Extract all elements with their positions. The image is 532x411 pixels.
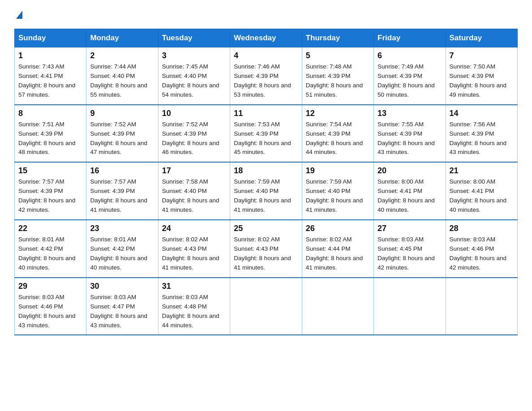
day-number: 23 <box>90 224 154 233</box>
week-row-4: 22 Sunrise: 8:01 AMSunset: 4:42 PMDaylig… <box>15 220 518 278</box>
day-cell: 23 Sunrise: 8:01 AMSunset: 4:42 PMDaylig… <box>86 220 158 278</box>
day-info: Sunrise: 7:54 AMSunset: 4:39 PMDaylight:… <box>306 121 363 156</box>
day-info: Sunrise: 7:52 AMSunset: 4:39 PMDaylight:… <box>162 121 219 156</box>
week-row-3: 15 Sunrise: 7:57 AMSunset: 4:39 PMDaylig… <box>15 162 518 220</box>
day-cell: 7 Sunrise: 7:50 AMSunset: 4:39 PMDayligh… <box>446 47 517 105</box>
day-cell: 22 Sunrise: 8:01 AMSunset: 4:42 PMDaylig… <box>15 220 86 278</box>
header-cell-tuesday: Tuesday <box>158 29 230 47</box>
day-cell: 10 Sunrise: 7:52 AMSunset: 4:39 PMDaylig… <box>158 105 230 163</box>
day-info: Sunrise: 7:45 AMSunset: 4:40 PMDaylight:… <box>162 63 219 98</box>
day-cell <box>374 278 446 335</box>
logo-triangle-icon <box>16 11 22 19</box>
day-info: Sunrise: 7:57 AMSunset: 4:39 PMDaylight:… <box>18 178 76 213</box>
day-cell <box>302 278 373 335</box>
day-number: 21 <box>450 166 514 176</box>
day-number: 31 <box>162 282 226 291</box>
day-number: 18 <box>234 166 298 176</box>
week-row-1: 1 Sunrise: 7:43 AMSunset: 4:41 PMDayligh… <box>15 47 518 105</box>
day-number: 2 <box>90 51 154 60</box>
day-info: Sunrise: 8:03 AMSunset: 4:47 PMDaylight:… <box>90 294 147 329</box>
header-row: SundayMondayTuesdayWednesdayThursdayFrid… <box>15 29 518 47</box>
day-number: 22 <box>18 224 82 233</box>
day-info: Sunrise: 7:50 AMSunset: 4:39 PMDaylight:… <box>450 63 507 98</box>
day-info: Sunrise: 8:03 AMSunset: 4:46 PMDaylight:… <box>450 236 507 271</box>
header-cell-thursday: Thursday <box>302 29 373 47</box>
day-number: 20 <box>378 166 442 176</box>
day-cell: 26 Sunrise: 8:02 AMSunset: 4:44 PMDaylig… <box>302 220 373 278</box>
calendar-table: SundayMondayTuesdayWednesdayThursdayFrid… <box>14 29 518 335</box>
day-number: 12 <box>306 109 370 118</box>
day-info: Sunrise: 8:03 AMSunset: 4:45 PMDaylight:… <box>378 236 435 271</box>
week-row-2: 8 Sunrise: 7:51 AMSunset: 4:39 PMDayligh… <box>15 105 518 163</box>
day-cell: 5 Sunrise: 7:48 AMSunset: 4:39 PMDayligh… <box>302 47 373 105</box>
day-info: Sunrise: 8:01 AMSunset: 4:42 PMDaylight:… <box>90 236 147 271</box>
day-number: 25 <box>234 224 298 233</box>
header <box>14 11 518 20</box>
day-cell <box>230 278 302 335</box>
day-cell: 25 Sunrise: 8:02 AMSunset: 4:43 PMDaylig… <box>230 220 302 278</box>
day-info: Sunrise: 7:55 AMSunset: 4:39 PMDaylight:… <box>378 121 435 156</box>
calendar-body: 1 Sunrise: 7:43 AMSunset: 4:41 PMDayligh… <box>15 47 518 335</box>
day-cell: 3 Sunrise: 7:45 AMSunset: 4:40 PMDayligh… <box>158 47 230 105</box>
day-number: 6 <box>378 51 442 60</box>
day-cell: 4 Sunrise: 7:46 AMSunset: 4:39 PMDayligh… <box>230 47 302 105</box>
day-number: 27 <box>378 224 442 233</box>
day-cell: 6 Sunrise: 7:49 AMSunset: 4:39 PMDayligh… <box>374 47 446 105</box>
day-number: 24 <box>162 224 226 233</box>
day-number: 19 <box>306 166 370 176</box>
day-cell: 21 Sunrise: 8:00 AMSunset: 4:41 PMDaylig… <box>446 162 517 220</box>
day-info: Sunrise: 7:44 AMSunset: 4:40 PMDaylight:… <box>90 63 147 98</box>
header-cell-saturday: Saturday <box>446 29 517 47</box>
day-number: 3 <box>162 51 226 60</box>
day-number: 17 <box>162 166 226 176</box>
day-info: Sunrise: 7:52 AMSunset: 4:39 PMDaylight:… <box>90 121 147 156</box>
day-cell: 2 Sunrise: 7:44 AMSunset: 4:40 PMDayligh… <box>86 47 158 105</box>
day-number: 8 <box>18 109 82 118</box>
day-info: Sunrise: 7:51 AMSunset: 4:39 PMDaylight:… <box>18 121 76 156</box>
day-number: 11 <box>234 109 298 118</box>
day-info: Sunrise: 7:49 AMSunset: 4:39 PMDaylight:… <box>378 63 435 98</box>
day-info: Sunrise: 7:46 AMSunset: 4:39 PMDaylight:… <box>234 63 291 98</box>
day-cell: 24 Sunrise: 8:02 AMSunset: 4:43 PMDaylig… <box>158 220 230 278</box>
day-number: 28 <box>450 224 514 233</box>
day-info: Sunrise: 7:48 AMSunset: 4:39 PMDaylight:… <box>306 63 363 98</box>
logo <box>14 11 22 20</box>
day-info: Sunrise: 8:02 AMSunset: 4:43 PMDaylight:… <box>162 236 219 271</box>
day-info: Sunrise: 8:03 AMSunset: 4:48 PMDaylight:… <box>162 294 219 329</box>
day-number: 10 <box>162 109 226 118</box>
day-number: 15 <box>18 166 82 176</box>
day-cell: 17 Sunrise: 7:58 AMSunset: 4:40 PMDaylig… <box>158 162 230 220</box>
day-cell: 13 Sunrise: 7:55 AMSunset: 4:39 PMDaylig… <box>374 105 446 163</box>
day-number: 26 <box>306 224 370 233</box>
day-cell: 19 Sunrise: 7:59 AMSunset: 4:40 PMDaylig… <box>302 162 373 220</box>
day-info: Sunrise: 7:59 AMSunset: 4:40 PMDaylight:… <box>234 178 291 213</box>
day-info: Sunrise: 8:01 AMSunset: 4:42 PMDaylight:… <box>18 236 76 271</box>
day-info: Sunrise: 7:58 AMSunset: 4:40 PMDaylight:… <box>162 178 219 213</box>
day-number: 7 <box>450 51 514 60</box>
page: SundayMondayTuesdayWednesdayThursdayFrid… <box>0 0 532 350</box>
day-cell: 18 Sunrise: 7:59 AMSunset: 4:40 PMDaylig… <box>230 162 302 220</box>
day-number: 13 <box>378 109 442 118</box>
day-cell: 1 Sunrise: 7:43 AMSunset: 4:41 PMDayligh… <box>15 47 86 105</box>
day-cell: 15 Sunrise: 7:57 AMSunset: 4:39 PMDaylig… <box>15 162 86 220</box>
day-number: 14 <box>450 109 514 118</box>
day-cell: 8 Sunrise: 7:51 AMSunset: 4:39 PMDayligh… <box>15 105 86 163</box>
day-cell: 31 Sunrise: 8:03 AMSunset: 4:48 PMDaylig… <box>158 278 230 335</box>
day-cell: 14 Sunrise: 7:56 AMSunset: 4:39 PMDaylig… <box>446 105 517 163</box>
day-info: Sunrise: 8:03 AMSunset: 4:46 PMDaylight:… <box>18 294 76 329</box>
day-cell: 20 Sunrise: 8:00 AMSunset: 4:41 PMDaylig… <box>374 162 446 220</box>
week-row-5: 29 Sunrise: 8:03 AMSunset: 4:46 PMDaylig… <box>15 278 518 335</box>
day-info: Sunrise: 7:53 AMSunset: 4:39 PMDaylight:… <box>234 121 291 156</box>
header-cell-friday: Friday <box>374 29 446 47</box>
day-info: Sunrise: 8:02 AMSunset: 4:44 PMDaylight:… <box>306 236 363 271</box>
day-cell: 11 Sunrise: 7:53 AMSunset: 4:39 PMDaylig… <box>230 105 302 163</box>
day-number: 29 <box>18 282 82 291</box>
day-cell <box>446 278 517 335</box>
header-cell-sunday: Sunday <box>15 29 86 47</box>
day-cell: 30 Sunrise: 8:03 AMSunset: 4:47 PMDaylig… <box>86 278 158 335</box>
day-cell: 29 Sunrise: 8:03 AMSunset: 4:46 PMDaylig… <box>15 278 86 335</box>
day-number: 16 <box>90 166 154 176</box>
day-number: 30 <box>90 282 154 291</box>
day-info: Sunrise: 7:59 AMSunset: 4:40 PMDaylight:… <box>306 178 363 213</box>
day-info: Sunrise: 8:00 AMSunset: 4:41 PMDaylight:… <box>450 178 507 213</box>
